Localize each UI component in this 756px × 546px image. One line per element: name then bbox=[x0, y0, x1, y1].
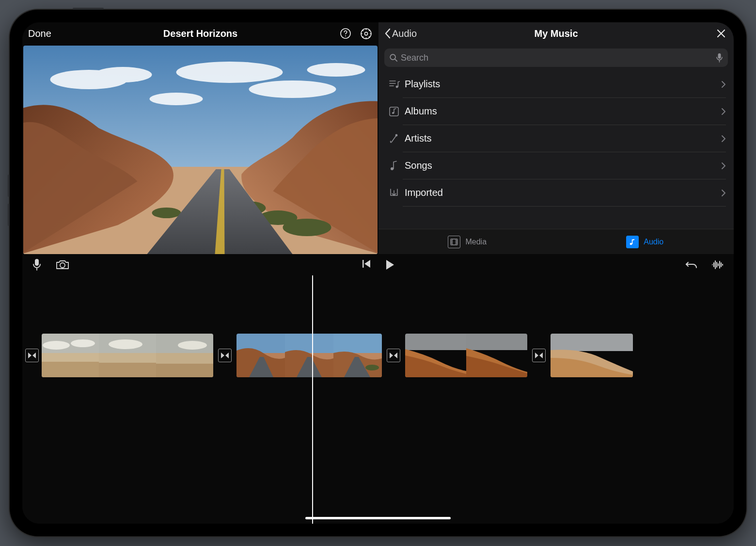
project-title: Desert Horizons bbox=[22, 28, 378, 39]
transition-icon[interactable] bbox=[532, 349, 546, 362]
search-field[interactable] bbox=[384, 48, 728, 67]
svg-rect-17 bbox=[718, 53, 721, 59]
close-icon[interactable] bbox=[714, 27, 728, 40]
device-button bbox=[73, 8, 104, 10]
panel-title: My Music bbox=[378, 28, 734, 39]
row-artists[interactable]: Artists bbox=[378, 125, 734, 152]
back-label: Audio bbox=[392, 28, 417, 39]
tab-label: Media bbox=[465, 238, 487, 246]
chevron-right-icon bbox=[717, 125, 726, 152]
svg-rect-50 bbox=[466, 334, 527, 350]
home-indicator[interactable] bbox=[305, 517, 451, 519]
row-imported[interactable]: Imported bbox=[378, 179, 734, 207]
row-label: Songs bbox=[403, 152, 717, 179]
timeline-clip[interactable] bbox=[42, 334, 213, 377]
clip-thumbnail bbox=[99, 334, 156, 377]
waveform-icon[interactable] bbox=[711, 259, 724, 270]
row-label: Playlists bbox=[403, 71, 717, 98]
svg-point-32 bbox=[71, 339, 95, 347]
chevron-right-icon bbox=[717, 98, 726, 125]
albums-icon bbox=[385, 106, 403, 117]
transition-icon[interactable] bbox=[25, 349, 39, 362]
timeline-clip[interactable] bbox=[405, 334, 527, 377]
row-label: Imported bbox=[403, 179, 717, 207]
artists-icon bbox=[385, 133, 403, 144]
tab-audio[interactable]: Audio bbox=[556, 229, 734, 254]
svg-rect-37 bbox=[99, 363, 156, 377]
svg-point-3 bbox=[364, 32, 367, 35]
clip-thumbnail bbox=[42, 334, 99, 377]
svg-point-31 bbox=[43, 341, 70, 350]
transition-icon[interactable] bbox=[387, 349, 400, 362]
music-categories-list: Playlists Albums bbox=[378, 71, 734, 229]
record-voiceover-icon[interactable] bbox=[32, 258, 42, 271]
preview-header: Done Desert Horizons bbox=[22, 22, 378, 45]
audio-browser-panel: Audio My Music bbox=[378, 22, 734, 254]
clip-thumbnail bbox=[466, 334, 527, 377]
svg-rect-33 bbox=[42, 362, 99, 377]
row-albums[interactable]: Albums bbox=[378, 98, 734, 125]
svg-rect-41 bbox=[156, 364, 213, 377]
undo-icon[interactable] bbox=[685, 259, 698, 270]
video-track bbox=[42, 334, 734, 377]
music-note-icon bbox=[626, 236, 639, 248]
playlists-icon bbox=[385, 79, 403, 90]
clip-thumbnail bbox=[236, 334, 285, 377]
svg-point-14 bbox=[152, 208, 181, 218]
row-playlists[interactable]: Playlists bbox=[378, 71, 734, 98]
panel-tabs: Media Audio bbox=[378, 229, 734, 254]
svg-point-8 bbox=[249, 80, 336, 98]
dictation-icon[interactable] bbox=[716, 53, 723, 63]
device-button bbox=[8, 175, 10, 197]
playhead[interactable] bbox=[312, 275, 313, 524]
svg-rect-51 bbox=[551, 334, 633, 351]
svg-point-24 bbox=[630, 242, 632, 245]
panel-header: Audio My Music bbox=[378, 22, 734, 45]
timeline[interactable] bbox=[22, 275, 734, 524]
svg-point-16 bbox=[390, 54, 395, 60]
svg-rect-49 bbox=[405, 334, 466, 350]
done-button[interactable]: Done bbox=[28, 28, 51, 39]
transition-icon[interactable] bbox=[218, 349, 232, 362]
svg-point-7 bbox=[176, 62, 283, 83]
svg-point-27 bbox=[60, 263, 65, 268]
video-preview[interactable] bbox=[23, 46, 378, 254]
tab-media[interactable]: Media bbox=[378, 229, 556, 254]
gear-icon[interactable] bbox=[359, 27, 373, 40]
svg-point-40 bbox=[178, 341, 207, 350]
search-icon bbox=[389, 53, 398, 62]
filmstrip-icon bbox=[448, 236, 460, 248]
ipad-device-frame: Done Desert Horizons bbox=[10, 10, 746, 536]
row-label: Albums bbox=[403, 98, 717, 125]
svg-rect-28 bbox=[362, 260, 364, 268]
svg-rect-26 bbox=[35, 259, 39, 266]
songs-icon bbox=[385, 161, 403, 171]
clip-thumbnail bbox=[285, 334, 333, 377]
skip-back-icon[interactable] bbox=[362, 259, 371, 270]
svg-point-10 bbox=[307, 63, 365, 77]
camera-icon[interactable] bbox=[55, 259, 70, 270]
svg-point-48 bbox=[365, 365, 379, 370]
playback-toolbar bbox=[22, 254, 734, 275]
imported-icon bbox=[385, 188, 403, 198]
tab-label: Audio bbox=[644, 238, 663, 246]
search-input[interactable] bbox=[401, 53, 716, 63]
play-icon[interactable] bbox=[385, 259, 394, 270]
clip-thumbnail bbox=[333, 334, 382, 377]
clip-thumbnail bbox=[405, 334, 466, 377]
timeline-clip[interactable] bbox=[236, 334, 382, 377]
svg-point-9 bbox=[150, 93, 203, 105]
back-button[interactable]: Audio bbox=[384, 28, 417, 39]
device-button bbox=[8, 204, 10, 226]
chevron-right-icon bbox=[717, 71, 726, 98]
svg-point-21 bbox=[395, 134, 398, 137]
row-label: Artists bbox=[403, 125, 717, 152]
row-songs[interactable]: Songs bbox=[378, 152, 734, 179]
svg-point-15 bbox=[283, 219, 331, 236]
help-icon[interactable] bbox=[339, 27, 352, 40]
timeline-clip[interactable] bbox=[551, 334, 633, 377]
svg-point-1 bbox=[345, 35, 346, 36]
preview-column: Done Desert Horizons bbox=[22, 22, 378, 254]
svg-point-22 bbox=[391, 167, 394, 170]
clip-thumbnail bbox=[551, 334, 633, 377]
